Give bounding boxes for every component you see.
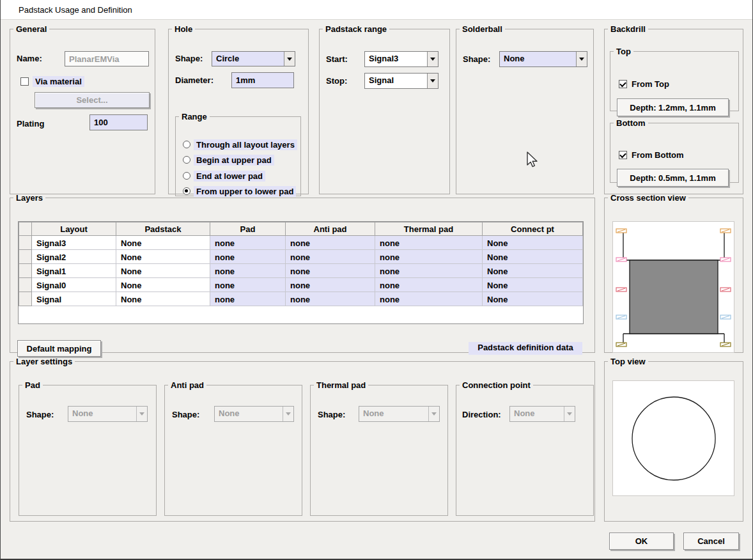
col-connect-pt[interactable]: Connect pt xyxy=(483,222,583,236)
col-layout[interactable]: Layout xyxy=(32,222,116,236)
cell-pad[interactable]: none xyxy=(210,236,286,250)
table-row[interactable]: Signal None none none none None xyxy=(19,292,583,306)
padstack-range-group-title: Padstack range xyxy=(323,24,389,34)
cell-thermal-pad[interactable]: none xyxy=(375,236,483,250)
cell-anti-pad[interactable]: none xyxy=(286,236,375,250)
cancel-button[interactable]: Cancel xyxy=(683,533,739,550)
padstack-definition-data-label[interactable]: Padstack definition data xyxy=(469,342,582,355)
radio-through-all-layout-layers-label: Through all layout layers xyxy=(194,139,297,150)
layer-marker-signal3 xyxy=(616,229,731,233)
cell-connect-pt[interactable]: None xyxy=(483,292,583,306)
col-thermal-pad[interactable]: Thermal pad xyxy=(375,222,483,236)
col-anti-pad[interactable]: Anti pad xyxy=(286,222,375,236)
table-header-row: Layout Padstack Pad Anti pad Thermal pad… xyxy=(19,222,583,236)
backdrill-group: Backdrill Top From Top Depth: 1.2mm, 1.1… xyxy=(604,24,743,194)
thermal-pad-shape-dropdown[interactable]: None xyxy=(359,406,440,422)
table-row[interactable]: Signal0 None none none none None xyxy=(19,278,583,292)
row-selector[interactable] xyxy=(19,292,32,306)
ok-button[interactable]: OK xyxy=(609,533,674,550)
row-selector[interactable] xyxy=(19,278,32,292)
solderball-shape-dropdown[interactable]: None xyxy=(499,51,587,67)
anti-pad-shape-dropdown[interactable]: None xyxy=(214,406,294,422)
cell-layout[interactable]: Signal0 xyxy=(32,278,116,292)
cell-layout[interactable]: Signal1 xyxy=(32,264,116,278)
radio-begin-at-upper-pad[interactable] xyxy=(183,156,190,164)
thermal-pad-group: Thermal pad Shape: None xyxy=(310,380,448,516)
pad-group-title: Pad xyxy=(22,380,43,390)
cell-connect-pt[interactable]: None xyxy=(483,250,583,264)
cell-padstack[interactable]: None xyxy=(116,236,210,250)
radio-through-all-layout-layers[interactable] xyxy=(183,141,190,148)
cell-padstack[interactable]: None xyxy=(116,264,210,278)
table-row[interactable]: Signal1 None none none none None xyxy=(19,264,583,278)
range-group: Range Through all layout layers Begin at… xyxy=(175,112,301,196)
dropdown-arrow-icon[interactable] xyxy=(427,74,438,88)
from-bottom-checkbox[interactable] xyxy=(619,151,627,159)
plating-label: Plating xyxy=(17,119,44,128)
cell-layout[interactable]: Signal2 xyxy=(32,250,116,264)
via-barrel xyxy=(630,260,718,334)
pad-group: Pad Shape: None xyxy=(19,380,157,516)
table-row[interactable]: Signal3 None none none none None xyxy=(19,236,583,250)
title-bar: Padstack Usage and Definition xyxy=(1,0,752,20)
via-material-checkbox[interactable] xyxy=(20,77,29,86)
pad-shape-dropdown[interactable]: None xyxy=(68,406,148,422)
padstack-dialog: Padstack Usage and Definition General Na… xyxy=(0,0,753,560)
cell-pad[interactable]: none xyxy=(210,264,286,278)
top-view-group: Top view xyxy=(604,357,743,522)
cell-layout[interactable]: Signal3 xyxy=(32,236,116,250)
cell-anti-pad[interactable]: none xyxy=(286,264,375,278)
cell-padstack[interactable]: None xyxy=(116,278,210,292)
cell-anti-pad[interactable]: none xyxy=(286,292,375,306)
from-top-label: From Top xyxy=(632,79,669,89)
radio-end-at-lower-pad[interactable] xyxy=(183,172,190,180)
cell-thermal-pad[interactable]: none xyxy=(375,264,483,278)
plating-field[interactable]: 100 xyxy=(89,114,148,130)
hole-shape-dropdown[interactable]: Circle xyxy=(212,51,295,66)
depth-top-button[interactable]: Depth: 1.2mm, 1.1mm xyxy=(617,98,729,116)
dropdown-arrow-icon[interactable] xyxy=(576,52,587,66)
hole-diameter-field[interactable]: 1mm xyxy=(231,72,294,88)
col-pad[interactable]: Pad xyxy=(210,222,286,236)
general-group-title: General xyxy=(13,24,49,34)
cell-pad[interactable]: none xyxy=(210,250,286,264)
cell-pad[interactable]: none xyxy=(210,278,286,292)
start-dropdown[interactable]: Signal3 xyxy=(364,51,439,67)
cell-padstack[interactable]: None xyxy=(116,250,210,264)
cell-anti-pad[interactable]: none xyxy=(286,278,375,292)
cell-connect-pt[interactable]: None xyxy=(483,278,583,292)
cell-connect-pt[interactable]: None xyxy=(483,264,583,278)
anti-pad-shape-value: None xyxy=(215,407,283,421)
dropdown-arrow-icon[interactable] xyxy=(427,52,438,66)
cell-padstack[interactable]: None xyxy=(116,292,210,306)
from-top-checkbox[interactable] xyxy=(619,80,627,88)
row-selector[interactable] xyxy=(19,250,32,264)
dropdown-arrow-icon[interactable] xyxy=(284,52,295,66)
table-row[interactable]: Signal2 None none none none None xyxy=(19,250,583,264)
name-field[interactable]: PlanarEMVia xyxy=(65,51,149,66)
dropdown-arrow-icon xyxy=(564,407,575,421)
range-group-title: Range xyxy=(179,112,210,121)
cell-connect-pt[interactable]: None xyxy=(483,236,583,250)
anti-pad-group: Anti pad Shape: None xyxy=(164,380,302,516)
layers-group-title: Layers xyxy=(13,193,45,203)
anti-pad-group-title: Anti pad xyxy=(168,380,206,390)
pad-shape-value: None xyxy=(68,407,136,421)
stop-dropdown[interactable]: Signal xyxy=(364,73,439,89)
row-selector[interactable] xyxy=(19,264,32,278)
cell-thermal-pad[interactable]: none xyxy=(375,250,483,264)
select-button[interactable]: Select... xyxy=(35,92,150,108)
connection-point-direction-dropdown[interactable]: None xyxy=(509,406,575,422)
default-mapping-button[interactable]: Default mapping xyxy=(17,340,101,357)
col-padstack[interactable]: Padstack xyxy=(116,222,210,236)
cell-anti-pad[interactable]: none xyxy=(286,250,375,264)
depth-bottom-button[interactable]: Depth: 0.5mm, 1.1mm xyxy=(617,169,729,187)
cell-thermal-pad[interactable]: none xyxy=(375,278,483,292)
stop-label: Stop: xyxy=(326,76,347,86)
layer-settings-group-title: Layer settings xyxy=(13,357,75,366)
cell-thermal-pad[interactable]: none xyxy=(375,292,483,306)
hole-shape-label: Shape: xyxy=(175,54,203,63)
row-selector[interactable] xyxy=(19,236,32,250)
cell-layout[interactable]: Signal xyxy=(32,292,116,306)
cell-pad[interactable]: none xyxy=(210,292,286,306)
